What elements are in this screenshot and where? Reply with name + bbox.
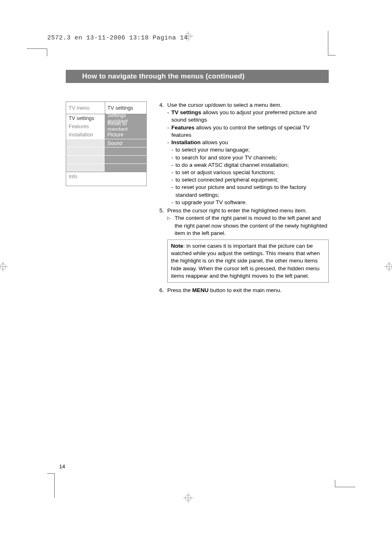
registration-mark-right <box>384 262 392 272</box>
step-5-detail: The content of the right panel is moved … <box>175 214 329 237</box>
menu-item-features: Features <box>66 122 105 131</box>
step-4-lead: Use the cursor up/down to select a menu … <box>167 101 329 109</box>
instructions-text: 4. Use the cursor up/down to select a me… <box>158 101 329 295</box>
header-crop-info: 2572.3 en 13-11-2006 13:18 Pagina 14 <box>47 35 188 41</box>
menu-left-header: TV menu <box>66 102 105 114</box>
menu-item-installation: Installation <box>66 131 105 139</box>
page-content: How to navigate through the menus (conti… <box>66 70 329 295</box>
step-4-number: 4. <box>158 101 167 206</box>
step-5-number: 5. <box>158 207 167 237</box>
step-6-text: Press the MENU button to exit the main m… <box>167 287 329 294</box>
triangle-bullet-icon: ▷ <box>167 214 175 237</box>
step-5-lead: Press the cursor right to enter the high… <box>167 207 329 214</box>
registration-mark-top <box>183 31 193 41</box>
menu-subitem-picture: Picture <box>105 131 146 139</box>
step-6-number: 6. <box>158 287 167 294</box>
menu-item-tv-settings: TV settings <box>66 114 105 122</box>
menu-info-label: Info <box>66 172 146 186</box>
section-title: How to navigate through the menus (conti… <box>66 70 329 83</box>
menu-subitem-reset: Reset to standard <box>105 122 146 131</box>
crop-corner-bl <box>47 473 55 498</box>
crop-corner-br <box>335 480 355 487</box>
note-box: Note: in some cases it is important that… <box>167 240 329 283</box>
menu-subitem-sound: Sound <box>105 139 146 147</box>
menu-illustration: TV menu TV settings TV settings Settings… <box>66 101 147 295</box>
crop-corner-tr <box>328 31 335 55</box>
crop-corner-tl <box>27 48 47 56</box>
registration-mark-left <box>0 262 8 272</box>
registration-mark-bottom <box>183 493 193 503</box>
page-number: 14 <box>59 463 65 470</box>
